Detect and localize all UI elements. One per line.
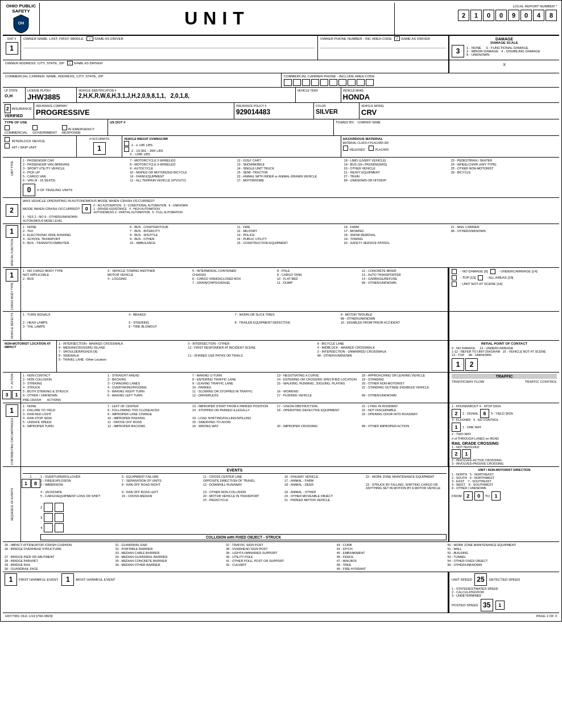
phone-box-1 (284, 79, 292, 86)
vehicle-defects-section: VEHICLE DEFECTS 1 - TURN SIGNALS4 - BRAK… (3, 312, 559, 341)
carrier-phone-field: COMMERCIAL CARRIER PHONE - INCLUDE AREA … (282, 73, 560, 87)
report-number-label: LOCAL REPORT NUMBER * (397, 5, 557, 8)
ut-22: 22 - ANIMAL WITH RIDER or ANIMAL-DRAWN V… (237, 175, 343, 178)
trailing-label: # OF TRAILING UNITS (37, 188, 72, 192)
weight-field: VEHICLE WEIGHT GVWR/GCWR 1 - ≤ 10K LBS. … (122, 136, 341, 157)
initial-contact-label: INITIAL POINT OF CONTACT (452, 342, 557, 345)
seq-boxes-1: 1 8 (22, 479, 40, 488)
form-number: HSY7001 OH1 1/19 [760-0820] (5, 614, 52, 618)
towed-by-field: TOWED BY: COMPANY NAME (334, 119, 559, 135)
contrib-right-panel: 1 - ROUNDABOUT 4 - STOP SIGN 2 2 - SIGNA… (448, 403, 559, 466)
auto-mode-label-text: MODE WHEN CRASH OCCURRED? (23, 207, 80, 210)
lp-state-field: LP STATE O,H (3, 88, 26, 102)
ut-16: 16 - FARM EQUIPMENT (130, 175, 236, 178)
cargo-value-box: 1 (6, 269, 18, 282)
ohio-logo: OHIO PUBLIC SAFETY OH (3, 3, 40, 35)
nm-content: 1 - INTERSECTION - MARKED CROSSWALK3 - I… (57, 341, 448, 372)
contact-boxes-row: 1 2 (452, 358, 557, 371)
same-as-driver-checkbox: ✓ (86, 36, 93, 41)
sequence-left-col: SEQUENCE OF EVENTS (3, 467, 21, 541)
traffic-label: TRAFFIC (452, 374, 557, 379)
vin-field: VEHICLE IDENTIFICATION # 2,H,K,R,W,6,H,3… (77, 88, 296, 102)
all-areas-check (478, 275, 483, 280)
vehicle-make-label: VEHICLE MAKE (343, 89, 558, 92)
posted-speed-box: 35 (481, 599, 493, 611)
most-harmful-box: 1 (61, 573, 74, 586)
owner-phone-value[interactable] (320, 40, 446, 48)
action-box-1: 3 (2, 390, 11, 399)
sequence-label: SEQUENCE OF EVENTS (10, 488, 14, 521)
ins-verified-row: 2 INSURANCE (5, 104, 32, 113)
ut-25: 25 - OTHER NON-MOTORIST (451, 167, 557, 170)
special-function-section: 1 SPECIAL FUNCTION 1 - NONE6 - BUS - CHA… (3, 224, 559, 268)
nm-grid: 1 - INTERSECTION - MARKED CROSSWALK3 - I… (59, 342, 446, 361)
from-box-1: 2 (464, 491, 473, 500)
vin-label: VEHICLE IDENTIFICATION # (78, 89, 294, 92)
report-number-section: LOCAL REPORT NUMBER * 2 1 0 0 9 0 4 8 (394, 3, 559, 35)
unit-type-left-col: UNIT TYPE (3, 158, 21, 197)
owner-name-value[interactable] (23, 40, 315, 48)
action-grid: 1 - NON-CONTACT1 - STRAIGHT AHEAD7 - MAK… (23, 374, 446, 397)
damage-box-row: 3 1 - NONE 3 - FUNCTIONAL DAMAGE 2 - MIN… (452, 45, 557, 57)
same-driver2-checkbox: ✓ (394, 36, 400, 41)
collision-fixed-label: COLLISION with FIXED OBJECT - STRUCK (40, 534, 447, 540)
auto-mode-row: MODE WHEN CRASH OCCURRED? 0 0 - NO AUTOM… (23, 204, 557, 214)
occupants-label: # OCCUPANTS (78, 137, 120, 140)
carrier-name-field: COMMERCIAL CARRIER: NAME, ADDRESS, CITY,… (3, 73, 282, 87)
ut-13: 13 - SNOWMOBILE (237, 163, 343, 166)
carrier-name-value[interactable] (5, 78, 279, 85)
ut-18: 18 - LIMO (LIVERY VEHICLE) (344, 159, 451, 162)
report-num-4: 4 (533, 10, 544, 21)
defects-right-panel (448, 312, 559, 340)
unit-speed-label: UNIT SPEED (452, 578, 472, 581)
commercial-check (5, 125, 10, 130)
ins-verified-box: 2 (5, 104, 11, 113)
ut-3: 3 - SPORT UTILITY VEHICLE (23, 167, 129, 170)
unit-not-scene-row: - UNIT NOT AT SCENE [16] (452, 282, 557, 287)
seq-box-1a: 1 (22, 479, 31, 488)
form-page: OHIO PUBLIC SAFETY OH UNIT LOCAL REPORT … (0, 0, 562, 622)
seq-box-4b (55, 523, 64, 532)
ins-verified-label: INSURANCE (12, 107, 32, 110)
ut-4: 4 - PICK UP (23, 171, 129, 174)
ut-10: 10 - MOPED OR MOTORIZED BICYCLE (130, 171, 236, 174)
hazmat-field: HAZARDOUS MATERIAL MATERIAL CLASS # PLAC… (341, 136, 560, 157)
top-all-row: - TOP [13] - ALL AREAS [15] (452, 275, 557, 280)
auto-items: 0 - NO AUTOMATION 3 - CONDITIONAL AUTOMA… (93, 204, 188, 214)
auto-yes-no: 1 - YES 2 - NO 9 - OTHER/UNKNOWN (23, 215, 557, 218)
ut-1: 1 - PASSENGER CAR (23, 159, 129, 162)
report-num-1: 1 (470, 10, 482, 21)
occupants-value-box: 1 (93, 142, 106, 155)
unit-speed-box: 25 (474, 573, 487, 586)
unit-speed-row: UNIT SPEED 25 DETECTED SPEED (452, 573, 557, 586)
address-value[interactable] (5, 65, 446, 72)
w2-check (124, 147, 129, 152)
ut-6: 6 - VAN (9 - 15 SEATS) (23, 179, 129, 182)
action-num-label: 3 (11, 386, 13, 389)
unit-type-label: UNIT TYPE (10, 161, 14, 176)
contact-box-1: 1 (452, 358, 464, 371)
report-number-boxes: 2 1 0 0 9 0 4 8 (397, 10, 557, 21)
usdot-value[interactable] (110, 124, 332, 132)
phone-box-5 (320, 79, 328, 86)
towed-by-value[interactable] (336, 124, 557, 132)
phone-box-3 (302, 79, 310, 86)
undercarriage-check (490, 269, 495, 274)
special-value-box: 1 (6, 225, 18, 238)
emergency-check (62, 125, 67, 130)
unit-type-grid: 1 - PASSENGER CAR 7 - MOTORCYCLE 2-WHEEL… (23, 159, 557, 182)
posted-speed-row: POSTED SPEED 35 1 (452, 599, 557, 611)
ins-policy-label: INSURANCE POLICY # (236, 104, 312, 107)
action-vertical-label: ACTION (10, 374, 14, 384)
seq-box-3a (44, 513, 53, 522)
events-grid: 1 - OVERTURN/ROLLOVER6 - EQUIPMENT FAILU… (40, 475, 447, 540)
damage-x-label: X (452, 63, 557, 67)
damage-scale-items: 1 - NONE 3 - FUNCTIONAL DAMAGE 2 - MINOR… (466, 46, 540, 56)
cargo-content: 1 - NO CARGO BODY TYPE3 - VEHICLE TOWING… (21, 268, 448, 311)
vehicle-year-value[interactable] (297, 92, 339, 100)
rail-items: 1 - NOT INVOLVED 2 1 2 - INVOLVED-ACTIVE… (452, 445, 557, 465)
ut-20: 20 - OTHER VEHICLE (344, 167, 451, 170)
damage-x-section: X (448, 60, 559, 73)
ins-verified-label2: VERIFIED (5, 114, 32, 118)
auto-label: WAS VEHICLE OPERATING IN AUTONOMOUS MODE… (23, 199, 557, 202)
